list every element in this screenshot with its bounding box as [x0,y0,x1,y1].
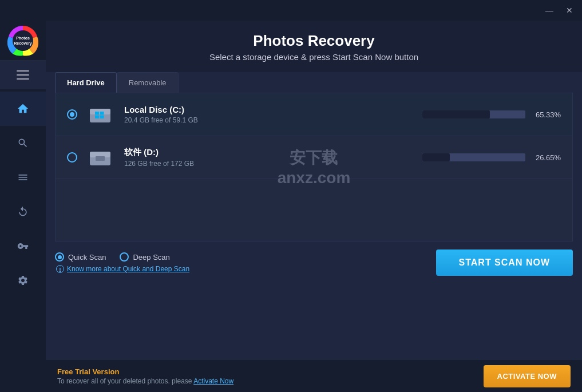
restore-icon [17,206,29,217]
tabs: Hard Drive Removable [55,72,573,93]
usage-percent-d: 26.65% [531,153,561,162]
activate-now-link[interactable]: Activate Now [193,377,233,385]
quick-scan-label: Quick Scan [68,253,106,262]
scan-options: Quick Scan Deep Scan i Know more about Q… [55,241,573,280]
title-bar: — ✕ [0,0,582,21]
hamburger-button[interactable] [0,61,46,89]
deep-scan-radio[interactable] [120,252,129,262]
drive-radio-d[interactable] [67,152,77,163]
info-icon: i [56,265,64,273]
drive-name-d: 软件 (D:) [124,147,411,158]
deep-scan-label: Deep Scan [133,253,169,262]
trial-desc: To recover all of your deleted photos. p… [57,377,233,385]
drive-usage-d: 26.65% [422,153,561,162]
quick-scan-radio[interactable] [55,252,64,262]
sidebar-item-list[interactable] [0,160,46,195]
quick-scan-option[interactable]: Quick Scan [55,252,106,262]
footer: Free Trial Version To recover all of you… [46,360,582,392]
usage-bar-container-d [422,153,525,161]
app-title: Photos Recovery [46,32,582,50]
svg-text:Photos: Photos [16,36,30,40]
usage-percent-c: 65.33% [531,110,561,119]
drive-size-c: 20.4 GB free of 59.1 GB [124,116,411,124]
footer-left: Free Trial Version To recover all of you… [57,367,233,385]
svg-rect-6 [95,112,99,115]
drive-radio-c[interactable] [67,109,77,120]
scan-radios: Quick Scan Deep Scan [55,252,189,262]
drive-usage-c: 65.33% [422,110,561,119]
windows-logo-icon [89,104,112,125]
search-icon [17,137,29,149]
hamburger-icon [17,70,29,80]
sidebar-item-restore[interactable] [0,195,46,229]
sidebar: Photos Recovery [0,21,46,392]
header: Photos Recovery Select a storage device … [46,21,582,72]
app-subtitle: Select a storage device & press Start Sc… [46,52,582,62]
start-scan-button[interactable]: START SCAN NOW [436,250,573,276]
usage-bar-c [422,110,490,118]
know-more-text: Know more about Quick and Deep Scan [67,265,189,273]
drive-item-c[interactable]: Local Disc (C:) 20.4 GB free of 59.1 GB … [56,93,572,136]
drive-shape-icon [89,147,112,168]
minimize-button[interactable]: — [543,5,556,15]
title-bar-controls: — ✕ [543,5,575,15]
drive-size-d: 126 GB free of 172 GB [124,160,411,168]
svg-rect-7 [100,112,104,115]
usage-bar-container-c [422,110,525,118]
tab-removable[interactable]: Removable [117,72,179,93]
svg-rect-9 [100,116,104,119]
sidebar-item-settings[interactable] [0,263,46,298]
drive-icon-d [85,145,115,169]
trial-title: Free Trial Version [57,367,233,376]
drive-info-d: 软件 (D:) 126 GB free of 172 GB [124,147,411,168]
sidebar-item-home[interactable] [0,92,46,126]
drive-icon-c [85,102,115,126]
tab-hard-drive[interactable]: Hard Drive [55,72,117,93]
deep-scan-option[interactable]: Deep Scan [120,252,169,262]
main-panel: Hard Drive Removable [46,72,582,360]
drive-list[interactable]: Local Disc (C:) 20.4 GB free of 59.1 GB … [55,93,573,241]
scan-options-left: Quick Scan Deep Scan i Know more about Q… [55,252,189,273]
close-button[interactable]: ✕ [564,5,575,15]
drive-info-c: Local Disc (C:) 20.4 GB free of 59.1 GB [124,105,411,124]
content-area: Photos Recovery Select a storage device … [46,21,582,392]
trial-desc-text: To recover all of your deleted photos. p… [57,377,192,385]
activate-now-button[interactable]: ACTIVATE NOW [484,365,571,387]
svg-rect-12 [96,156,105,161]
usage-bar-d [422,153,450,161]
svg-rect-8 [95,116,99,119]
app-layout: Photos Recovery [0,21,582,392]
key-icon [17,240,29,252]
sidebar-logo: Photos Recovery [0,21,46,61]
know-more-link[interactable]: i Know more about Quick and Deep Scan [56,265,189,273]
home-icon [17,102,29,115]
drive-item-d[interactable]: 软件 (D:) 126 GB free of 172 GB 26.65% [56,136,572,179]
sidebar-item-search[interactable] [0,126,46,160]
app-logo-icon: Photos Recovery [7,25,38,56]
sidebar-nav [0,89,46,392]
svg-text:Recovery: Recovery [14,41,32,46]
drive-name-c: Local Disc (C:) [124,105,411,114]
settings-icon [17,275,29,286]
svg-point-1 [13,30,33,51]
sidebar-item-key[interactable] [0,229,46,263]
list-icon [17,172,29,183]
